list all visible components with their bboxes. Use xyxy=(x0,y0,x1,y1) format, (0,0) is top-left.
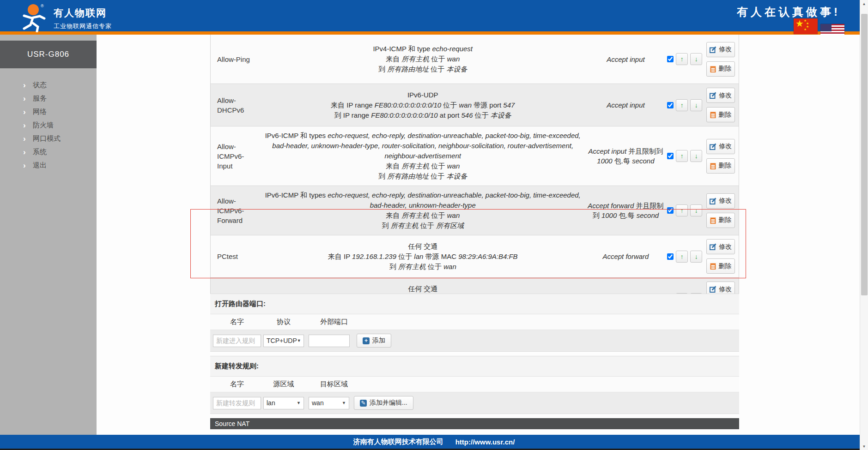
rule-name: PCtest xyxy=(211,235,261,277)
rule-enabled-checkbox[interactable] xyxy=(667,253,674,260)
sidebar-item-退出[interactable]: ›退出 xyxy=(0,159,97,172)
chevron-down-icon: ▼ xyxy=(297,338,301,343)
sidebar-menu: ›状态›服务›网络›防火墙›网口模式›系统›退出 xyxy=(0,68,97,172)
edit-rule-button[interactable]: 修改 xyxy=(706,88,735,103)
edit-icon xyxy=(710,286,716,293)
sidebar-item-防火墙[interactable]: ›防火墙 xyxy=(0,119,97,132)
rule-action: Accept input 并且限制到 1000 包.每 second xyxy=(584,126,668,186)
match-line: 来自 所有主机 位于 wan xyxy=(263,54,583,64)
chevron-right-icon: › xyxy=(23,161,33,170)
edit-icon: ✎ xyxy=(360,400,367,407)
protocol-select[interactable]: TCP+UDP ▼ xyxy=(263,335,304,347)
rule-controls: ↑↓ xyxy=(667,126,706,186)
open-port-section: 打开路由器端口: 名字 协议 外部端口 TCP+UDP ▼ + 添加 xyxy=(210,294,739,352)
edit-rule-button[interactable]: 修改 xyxy=(706,193,735,209)
edit-rule-button[interactable]: 修改 xyxy=(706,139,735,154)
move-up-button[interactable]: ↑ xyxy=(676,53,688,65)
match-line: 来自 所有主机 位于 wan xyxy=(263,161,583,171)
open-port-inputs: TCP+UDP ▼ + 添加 xyxy=(210,330,739,351)
footer-url[interactable]: http://www.usr.cn/ xyxy=(455,438,515,446)
action-text: Accept forward 并且限制到 1000 包.每 second xyxy=(586,201,666,220)
rule-name: Allow-Ping xyxy=(211,35,261,84)
sidebar-item-网口模式[interactable]: ›网口模式 xyxy=(0,132,97,145)
delete-rule-button[interactable]: 删除 xyxy=(706,107,735,122)
move-down-button[interactable]: ↓ xyxy=(690,53,702,65)
chevron-right-icon: › xyxy=(23,121,33,130)
brand-subtitle: 工业物联网通信专家 xyxy=(54,22,112,30)
edit-rule-button[interactable]: 修改 xyxy=(706,42,735,57)
edit-icon xyxy=(710,92,716,99)
chevron-right-icon: › xyxy=(23,94,33,103)
action-text: Accept input 并且限制到 1000 包.每 second xyxy=(586,146,666,166)
sidebar-item-系统[interactable]: ›系统 xyxy=(0,145,97,159)
move-down-button[interactable]: ↓ xyxy=(690,99,702,111)
sidebar-item-label: 网络 xyxy=(33,108,47,116)
sidebar: USR-G806 ›状态›服务›网络›防火墙›网口模式›系统›退出 xyxy=(0,35,97,435)
new-forward-rule-name-input[interactable] xyxy=(213,397,261,409)
rule-enabled-checkbox[interactable] xyxy=(667,56,674,62)
forward-rule-inputs: lan ▼ wan ▼ ✎ 添加并编辑... xyxy=(210,392,739,414)
delete-label: 删除 xyxy=(718,216,731,224)
delete-label: 删除 xyxy=(718,65,731,73)
delete-rule-button[interactable]: 删除 xyxy=(706,213,735,228)
rule-enabled-checkbox[interactable] xyxy=(667,207,674,214)
footer-company: 济南有人物联网技术有限公司 xyxy=(353,438,443,446)
match-line: IPv6-ICMP 和 types echo-request, echo-rep… xyxy=(263,131,583,161)
match-line: 到 所有路由地址 位于 本设备 xyxy=(263,64,583,74)
match-line: 任何 交通 xyxy=(263,284,583,294)
rule-buttons: 修改删除 xyxy=(706,126,739,186)
match-line: 来自 IP range FE80:0:0:0:0:0:0:0/10 位于 wan… xyxy=(263,100,583,110)
chevron-right-icon: › xyxy=(23,108,33,117)
delete-rule-button[interactable]: 删除 xyxy=(706,61,735,77)
edit-rule-button[interactable]: 修改 xyxy=(706,239,735,254)
move-up-button[interactable]: ↑ xyxy=(676,99,688,111)
edit-icon xyxy=(710,46,716,53)
rule-action: Accept forward 并且限制到 1000 包.每 second xyxy=(584,186,668,235)
canton xyxy=(820,24,832,31)
external-port-input[interactable] xyxy=(309,335,350,347)
main-content: Allow-PingIPv4-ICMP 和 type echo-request来… xyxy=(97,35,860,435)
move-down-button[interactable]: ↓ xyxy=(690,251,702,263)
header-slogan: 有人在认真做事! xyxy=(737,5,840,19)
dest-zone-select[interactable]: wan ▼ xyxy=(309,397,349,409)
col-header-ext-port: 外部端口 xyxy=(309,318,359,326)
move-up-button[interactable]: ↑ xyxy=(676,150,688,162)
sidebar-item-服务[interactable]: ›服务 xyxy=(0,92,97,105)
svg-text:®: ® xyxy=(41,4,44,8)
scroll-up-icon[interactable]: ▲ xyxy=(860,0,868,7)
sidebar-item-状态[interactable]: ›状态 xyxy=(0,78,97,92)
move-up-button[interactable]: ↑ xyxy=(676,251,688,263)
china-flag-icon[interactable]: ★ ★ ★ ★ ★ xyxy=(794,18,818,34)
scrollbar-thumb[interactable] xyxy=(861,14,868,295)
source-zone-select[interactable]: lan ▼ xyxy=(263,397,304,409)
move-up-button[interactable]: ↑ xyxy=(676,204,688,216)
scroll-down-icon[interactable]: ▼ xyxy=(860,443,868,450)
rule-controls: ↑↓ xyxy=(667,186,706,235)
edit-label: 修改 xyxy=(719,45,732,54)
rule-enabled-checkbox[interactable] xyxy=(667,102,674,108)
edit-label: 修改 xyxy=(719,91,732,100)
match-line: IPv4-ICMP 和 type echo-request xyxy=(263,44,583,54)
move-down-button[interactable]: ↓ xyxy=(690,204,702,216)
sidebar-item-网络[interactable]: ›网络 xyxy=(0,105,97,119)
rule-enabled-checkbox[interactable] xyxy=(667,153,674,159)
rule-buttons: 修改删除 xyxy=(706,35,739,84)
device-name: USR-G806 xyxy=(0,41,97,68)
col-header-src-zone: 源区域 xyxy=(263,380,304,389)
move-down-button[interactable]: ↓ xyxy=(690,150,702,162)
star-icon: ★ xyxy=(795,18,804,29)
rule-match-description: 任何 交通来自 IP 192.168.1.239 位于 lan 带源 MAC 9… xyxy=(261,235,584,277)
edit-icon xyxy=(710,143,716,150)
protocol-select-value: TCP+UDP xyxy=(267,337,297,344)
new-inbound-rule-name-input[interactable] xyxy=(213,335,261,347)
delete-rule-button[interactable]: 删除 xyxy=(706,258,735,274)
trash-icon xyxy=(710,217,716,224)
rule-controls: ↑↓ xyxy=(667,35,706,84)
rule-name: Allow-ICMPv6-Forward xyxy=(211,186,261,235)
add-and-edit-button[interactable]: ✎ 添加并编辑... xyxy=(354,396,413,410)
delete-rule-button[interactable]: 删除 xyxy=(706,158,735,174)
add-port-rule-button[interactable]: + 添加 xyxy=(357,334,391,348)
match-line: 到 所有路由地址 位于 本设备 xyxy=(263,171,583,181)
vertical-scrollbar[interactable]: ▲ ▼ xyxy=(860,0,868,450)
match-line: IPv6-ICMP 和 types echo-request, echo-rep… xyxy=(263,190,583,210)
